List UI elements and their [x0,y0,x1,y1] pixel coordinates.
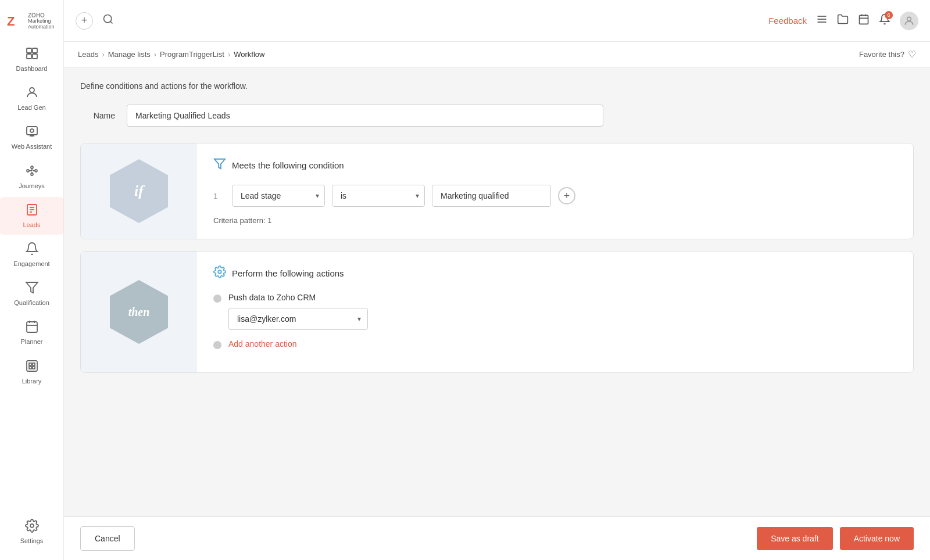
favorite-area[interactable]: Favorite this? ♡ [859,49,916,60]
notification-count: 6 [885,11,893,19]
if-hexagon: if [110,159,168,223]
add-action-link[interactable]: Add another action [228,339,297,349]
breadcrumb-sep-1: › [102,50,104,59]
svg-rect-33 [860,15,868,24]
svg-rect-3 [33,48,37,53]
condition-block: if Meets the following condition 1 [80,143,914,239]
svg-rect-24 [33,363,35,365]
operator-dropdown[interactable]: is [332,185,425,207]
breadcrumb: Leads › Manage lists › ProgramTriggerLis… [78,50,264,59]
breadcrumb-sep-3: › [228,50,230,59]
sidebar-item-journeys[interactable]: Journeys [0,158,63,196]
svg-rect-2 [27,48,31,53]
notification-icon[interactable]: 6 [879,13,890,28]
breadcrumb-program-trigger[interactable]: ProgramTriggerList [160,50,224,59]
zoho-logo-icon: Z [5,10,26,31]
page-description: Define conditions and actions for the wo… [80,81,914,91]
sidebar-item-journeys-label: Journeys [19,182,45,190]
planner-icon [25,320,39,336]
sidebar: Z ZOHO MarketingAutomation Dashboard Lea… [0,0,64,560]
svg-marker-38 [214,159,225,169]
content: Leads › Manage lists › ProgramTriggerLis… [64,42,930,560]
criteria-pattern: Criteria pattern: 1 [213,216,897,225]
filter-icon [213,157,226,173]
then-hexagon: then [110,280,168,344]
svg-point-9 [27,170,29,172]
sidebar-item-webassistant-label: Web Assistant [12,143,52,150]
sidebar-item-qualification-label: Qualification [14,299,49,307]
svg-rect-25 [29,367,31,369]
action-details: Push data to Zoho CRM lisa@zylker.com ▾ [228,293,368,330]
calendar-icon[interactable] [858,13,870,28]
sidebar-item-qualification[interactable]: Qualification [0,275,63,313]
add-condition-button[interactable]: + [558,187,575,204]
leads-icon [25,203,39,219]
action-item: Push data to Zoho CRM lisa@zylker.com ▾ [213,293,897,330]
if-badge: if [81,143,197,239]
breadcrumb-manage-lists[interactable]: Manage lists [108,50,151,59]
svg-line-29 [110,21,113,24]
feedback-link[interactable]: Feedback [768,16,807,26]
condition-content: Meets the following condition 1 Lead sta… [197,143,913,239]
topbar-right: Feedback 6 [768,12,918,30]
folder-icon[interactable] [837,13,849,28]
sidebar-item-planner-label: Planner [21,338,43,346]
breadcrumb-leads[interactable]: Leads [78,50,98,59]
if-badge-text: if [134,182,144,200]
sidebar-item-planner[interactable]: Planner [0,314,63,351]
sidebar-item-settings[interactable]: Settings [0,513,63,551]
user-avatar[interactable] [900,12,918,30]
sidebar-item-webassistant[interactable]: Web Assistant [0,119,63,156]
sidebar-item-dashboard-label: Dashboard [16,65,48,73]
svg-text:Z: Z [7,14,15,28]
favorite-label: Favorite this? [859,50,904,59]
name-input[interactable] [127,105,603,127]
library-icon [25,359,39,375]
breadcrumb-current: Workflow [234,50,264,59]
main-area: + Feedback 6 [64,0,930,560]
svg-point-6 [30,88,34,92]
webassistant-icon [25,124,39,141]
breadcrumb-sep-2: › [154,50,156,59]
svg-rect-7 [27,127,37,135]
name-row: Name [80,105,914,127]
email-dropdown[interactable]: lisa@zylker.com [228,308,368,330]
gear-icon [213,265,226,281]
search-button[interactable] [102,13,114,28]
heart-icon: ♡ [908,49,916,60]
field-dropdown[interactable]: Lead stage [232,185,325,207]
cancel-button[interactable]: Cancel [80,526,135,551]
engagement-icon [25,242,39,258]
activate-button[interactable]: Activate now [840,527,914,550]
sidebar-item-library[interactable]: Library [0,353,63,391]
save-draft-button[interactable]: Save as draft [757,527,833,550]
svg-point-8 [30,129,34,132]
svg-point-28 [104,15,112,23]
add-button[interactable]: + [76,12,93,30]
dashboard-icon [25,46,39,63]
condition-number: 1 [213,192,225,200]
settings-icon [25,519,39,535]
topbar-left: + [76,12,114,30]
topbar: + Feedback 6 [64,0,930,42]
sidebar-item-library-label: Library [22,378,42,385]
svg-point-11 [35,170,37,172]
sidebar-item-leadgen[interactable]: Lead Gen [0,80,63,117]
qualification-icon [25,281,39,297]
then-badge-text: then [128,306,150,319]
svg-rect-18 [27,322,37,332]
list-icon[interactable] [816,13,828,28]
value-input[interactable] [432,185,551,207]
operator-dropdown-wrapper: is ▾ [332,185,425,207]
svg-marker-17 [26,282,38,293]
sidebar-item-engagement[interactable]: Engagement [0,236,63,274]
action-content: Perform the following actions Push data … [197,252,913,372]
svg-rect-5 [33,54,37,59]
sidebar-item-dashboard[interactable]: Dashboard [0,41,63,78]
journeys-icon [25,164,39,180]
add-action-item: Add another action [213,339,897,349]
sidebar-item-leads[interactable]: Leads [0,197,63,235]
svg-rect-4 [27,54,31,59]
svg-point-10 [31,166,33,168]
field-dropdown-wrapper: Lead stage ▾ [232,185,325,207]
